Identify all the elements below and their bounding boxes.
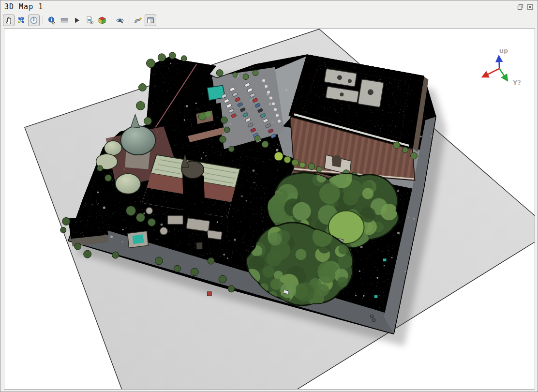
cobble-dot xyxy=(122,229,123,230)
pan-camera-button[interactable] xyxy=(3,15,15,26)
cobble-dot xyxy=(359,271,360,272)
pan-hand-icon xyxy=(4,16,13,25)
zoom-full-icon xyxy=(17,16,26,25)
dock-panel-icon xyxy=(146,16,155,25)
cobble-dot xyxy=(203,152,204,153)
teal-bench xyxy=(383,258,387,261)
tree-canopy xyxy=(249,256,265,271)
3d-scene: up Y? xyxy=(4,29,535,389)
close-window-button[interactable] xyxy=(526,3,534,11)
cobble-dot xyxy=(103,206,105,209)
tree-canopy xyxy=(296,249,307,260)
cobble-dot xyxy=(253,246,254,247)
cobble-dot xyxy=(122,241,123,242)
cobble-dot xyxy=(234,239,236,241)
notification-clock-icon xyxy=(30,16,38,25)
cobble-dot xyxy=(254,182,254,183)
toolbar-separator xyxy=(43,16,43,25)
toolbar xyxy=(0,13,538,28)
export-scene-cube-button[interactable] xyxy=(96,15,108,26)
cobble-dot xyxy=(244,118,245,119)
cobble-dot xyxy=(110,236,113,238)
cobble-dot xyxy=(217,221,218,223)
window-title: 3D Map 1 xyxy=(4,2,43,11)
notification-clock-button[interactable] xyxy=(28,15,40,26)
cobble-dot xyxy=(253,169,255,172)
tree-canopy xyxy=(262,266,274,278)
identify-icon xyxy=(47,16,56,25)
zoom-full-button[interactable] xyxy=(15,15,27,26)
cobble-dot xyxy=(186,105,188,107)
side-dome xyxy=(105,141,122,155)
cobble-dot xyxy=(97,192,99,194)
axis-up xyxy=(499,57,499,69)
float-window-button[interactable] xyxy=(516,3,524,11)
cobble-dot xyxy=(160,224,163,226)
cobble-dot xyxy=(241,196,242,197)
axis-y-label: Y? xyxy=(512,79,521,86)
export-scene-cube-icon xyxy=(98,16,106,25)
tree-canopy xyxy=(318,266,335,283)
save-image-button[interactable] xyxy=(84,15,95,26)
cobble-dot xyxy=(431,135,433,137)
red-bin xyxy=(207,292,211,296)
cobble-dot xyxy=(397,190,399,192)
cobble-dot xyxy=(384,265,385,266)
cobble-dot xyxy=(376,277,378,279)
cobble-dot xyxy=(355,295,357,296)
cobble-dot xyxy=(397,232,400,234)
measure-line-icon xyxy=(60,16,69,25)
tree-canopy xyxy=(319,183,340,204)
shed-door xyxy=(196,242,202,249)
identify-button[interactable] xyxy=(46,15,58,26)
cobble-dot xyxy=(272,121,274,123)
cobble-dot xyxy=(170,63,171,64)
teal-bench xyxy=(374,295,378,298)
cobble-dot xyxy=(267,94,269,96)
cobble-dot xyxy=(230,123,231,125)
cobble-dot xyxy=(269,103,271,105)
save-image-icon xyxy=(85,16,94,25)
lower-dome xyxy=(116,174,141,194)
animation-play-button[interactable] xyxy=(71,15,83,26)
cobble-dot xyxy=(206,155,207,156)
cobble-dot xyxy=(201,158,202,159)
cobble-dot xyxy=(227,257,228,259)
toolbar-separator xyxy=(129,16,129,25)
tree-canopy xyxy=(280,282,296,298)
configure-button[interactable] xyxy=(132,15,144,26)
greenhouse-roof xyxy=(69,215,108,239)
main-dome xyxy=(121,126,156,155)
tree-canopy xyxy=(381,204,397,220)
cobble-dot xyxy=(413,218,415,220)
cobble-dot xyxy=(250,99,253,102)
cobble-dot xyxy=(285,89,288,91)
view-theme-button[interactable] xyxy=(114,15,126,26)
3d-map-window: 3D Map 1 xyxy=(0,0,538,392)
tree-canopy xyxy=(270,278,282,290)
portal-arch xyxy=(332,155,342,167)
teal-shed-roof-panel xyxy=(133,234,144,244)
cobble-dot xyxy=(169,231,170,232)
tree-canopy xyxy=(295,282,314,302)
configure-wrench-icon xyxy=(134,16,142,25)
cobble-dot xyxy=(407,217,409,218)
view-theme-eye-icon xyxy=(116,16,124,25)
measure-line-button[interactable] xyxy=(59,15,70,26)
tree-canopy xyxy=(269,232,282,246)
toolbar-separator xyxy=(111,16,111,25)
close-icon xyxy=(527,4,533,10)
3d-viewport-canvas[interactable]: up Y? xyxy=(4,28,535,390)
tree-canopy xyxy=(293,202,311,221)
dock-view-button[interactable] xyxy=(145,15,156,26)
tree-canopy xyxy=(362,188,374,199)
cobble-dot xyxy=(420,136,422,137)
cobble-dot xyxy=(91,204,92,205)
tree-canopy xyxy=(343,190,359,206)
titlebar: 3D Map 1 xyxy=(0,0,538,13)
animation-play-icon xyxy=(73,16,81,25)
cobble-dot xyxy=(276,149,278,151)
axis-up-label: up xyxy=(499,47,508,54)
cobble-dot xyxy=(223,254,225,256)
float-icon xyxy=(517,4,523,10)
